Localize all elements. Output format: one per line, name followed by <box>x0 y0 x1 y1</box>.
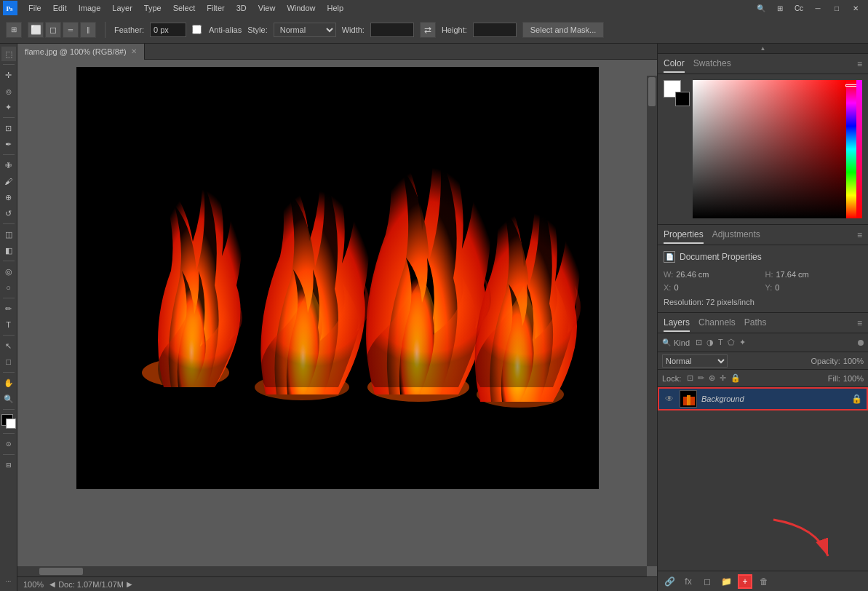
color-picker-area[interactable] <box>693 80 862 218</box>
crop-tool[interactable]: ⊡ <box>1 121 16 135</box>
gradient-tool[interactable]: ◧ <box>1 243 16 258</box>
rect-select-tool[interactable]: ⬚ <box>1 47 16 61</box>
nav-next[interactable]: ▶ <box>127 580 132 588</box>
tab-channels[interactable]: Channels <box>698 314 736 332</box>
tool-preset-btn[interactable]: ⊞ <box>6 22 22 38</box>
horizontal-scrollbar[interactable] <box>17 566 647 576</box>
tab-close-btn[interactable]: ✕ <box>131 47 137 55</box>
vertical-scroll-thumb[interactable] <box>648 77 656 106</box>
layer-mask-btn[interactable]: ◻ <box>700 574 714 589</box>
blur-tool[interactable]: ◎ <box>1 264 16 279</box>
filter-pixel-icon[interactable]: ⊡ <box>696 338 702 347</box>
filter-type-icon[interactable]: T <box>718 338 723 347</box>
ellipse-marquee-btn[interactable]: ◻ <box>45 22 61 38</box>
menu-select[interactable]: Select <box>168 2 201 14</box>
minimize-btn[interactable]: ─ <box>808 0 827 16</box>
shape-tool[interactable]: □ <box>1 354 16 369</box>
lock-artboards-icon[interactable]: ⊕ <box>709 373 715 383</box>
tab-swatches[interactable]: Swatches <box>693 55 731 73</box>
hand-tool[interactable]: ✋ <box>1 376 16 390</box>
single-col-btn[interactable]: ‖ <box>80 22 96 38</box>
tab-color[interactable]: Color <box>664 55 685 73</box>
color-panel-menu-btn[interactable]: ≡ <box>857 59 862 69</box>
background-color-swatch[interactable] <box>675 92 690 106</box>
filter-shape-icon[interactable]: ⬠ <box>728 338 735 347</box>
eyedropper-tool[interactable]: ✒ <box>1 137 16 151</box>
props-panel-menu-btn[interactable]: ≡ <box>857 230 862 240</box>
healing-tool[interactable]: ✙ <box>1 158 16 172</box>
pen-tool[interactable]: ✏ <box>1 301 16 316</box>
menu-window[interactable]: Window <box>282 2 320 14</box>
rect-marquee-btn[interactable]: ⬜ <box>28 22 44 38</box>
delete-layer-btn[interactable]: 🗑 <box>757 574 771 589</box>
menu-type[interactable]: Type <box>139 2 167 14</box>
lock-move-icon[interactable]: ✛ <box>720 373 726 383</box>
workspace-btn[interactable]: ⊞ <box>771 0 789 16</box>
more-tools-btn[interactable]: ··· <box>1 574 16 588</box>
blend-mode-select[interactable]: Normal <box>662 354 728 368</box>
filter-adjust-icon[interactable]: ◑ <box>706 338 714 347</box>
layer-fx-btn[interactable]: fx <box>681 574 696 589</box>
clone-tool[interactable]: ⊕ <box>1 190 16 205</box>
tab-adjustments[interactable]: Adjustments <box>712 226 760 244</box>
lock-all-icon[interactable]: 🔒 <box>730 373 741 383</box>
document-tab[interactable]: flame.jpg @ 100% (RGB/8#) ✕ <box>17 44 145 60</box>
cc-btn[interactable]: Cc <box>789 0 808 16</box>
menu-filter[interactable]: Filter <box>202 2 229 14</box>
lasso-tool[interactable]: ⌾ <box>1 84 16 98</box>
type-tool[interactable]: T <box>1 317 16 332</box>
screen-mode-btn[interactable]: ⊟ <box>1 458 16 472</box>
style-select[interactable]: Normal Fixed Ratio Fixed Size <box>274 23 336 37</box>
tab-paths[interactable]: Paths <box>744 314 767 332</box>
menu-view[interactable]: View <box>253 2 281 14</box>
layers-panel-menu-btn[interactable]: ≡ <box>857 318 862 328</box>
eraser-tool[interactable]: ◫ <box>1 227 16 242</box>
menu-layer[interactable]: Layer <box>107 2 138 14</box>
lock-pixels-icon[interactable]: ⊡ <box>687 373 693 383</box>
color-saturation-gradient[interactable] <box>693 80 846 218</box>
new-group-btn[interactable]: 📁 <box>719 574 733 589</box>
vertical-scrollbar[interactable] <box>647 76 657 566</box>
background-color[interactable] <box>6 419 16 429</box>
horizontal-scroll-thumb[interactable] <box>39 568 83 575</box>
extra-color-bar[interactable] <box>856 80 862 218</box>
lock-position-icon[interactable]: ✏ <box>698 373 704 383</box>
menu-3d[interactable]: 3D <box>231 2 252 14</box>
maximize-btn[interactable]: □ <box>827 0 846 16</box>
menu-help[interactable]: Help <box>322 2 349 14</box>
menu-edit[interactable]: Edit <box>48 2 72 14</box>
tab-properties[interactable]: Properties <box>664 226 704 244</box>
feather-input[interactable] <box>150 23 186 37</box>
tab-layers[interactable]: Layers <box>664 314 690 332</box>
width-input[interactable] <box>370 23 414 37</box>
swap-dimensions-btn[interactable]: ⇄ <box>420 22 436 38</box>
layer-background[interactable]: 👁 Background 🔒 <box>658 387 868 410</box>
search-btn[interactable]: 🔍 <box>752 0 771 16</box>
panel-collapse-top[interactable]: ▲ <box>658 44 868 54</box>
foreground-background-colors[interactable] <box>1 414 16 429</box>
select-mask-btn[interactable]: Select and Mask... <box>522 22 605 38</box>
link-layers-btn[interactable]: 🔗 <box>662 574 677 589</box>
nav-prev[interactable]: ◀ <box>49 580 55 588</box>
antialias-checkbox[interactable] <box>192 25 202 34</box>
menu-file[interactable]: File <box>23 2 47 14</box>
close-btn[interactable]: ✕ <box>846 0 865 16</box>
height-input[interactable] <box>473 23 517 37</box>
lock-label: Lock: <box>662 374 681 383</box>
quick-mask-tool[interactable]: ⊙ <box>1 437 16 451</box>
dodge-tool[interactable]: ○ <box>1 280 16 295</box>
hue-spectrum-bar[interactable] <box>846 80 856 218</box>
history-tool[interactable]: ↺ <box>1 206 16 221</box>
new-layer-btn[interactable]: + <box>738 574 752 589</box>
filter-smart-icon[interactable]: ✦ <box>739 338 746 347</box>
menu-image[interactable]: Image <box>73 2 106 14</box>
single-row-btn[interactable]: ═ <box>63 22 79 38</box>
canvas-document[interactable] <box>76 67 599 489</box>
brush-tool[interactable]: 🖌 <box>1 174 16 189</box>
layer-visibility-toggle[interactable]: 👁 <box>664 393 675 405</box>
fg-bg-color-boxes[interactable] <box>664 80 690 106</box>
magic-wand-tool[interactable]: ✦ <box>1 100 16 114</box>
zoom-tool[interactable]: 🔍 <box>1 392 16 406</box>
move-tool[interactable]: ✛ <box>1 68 16 82</box>
path-select-tool[interactable]: ↖ <box>1 338 16 353</box>
